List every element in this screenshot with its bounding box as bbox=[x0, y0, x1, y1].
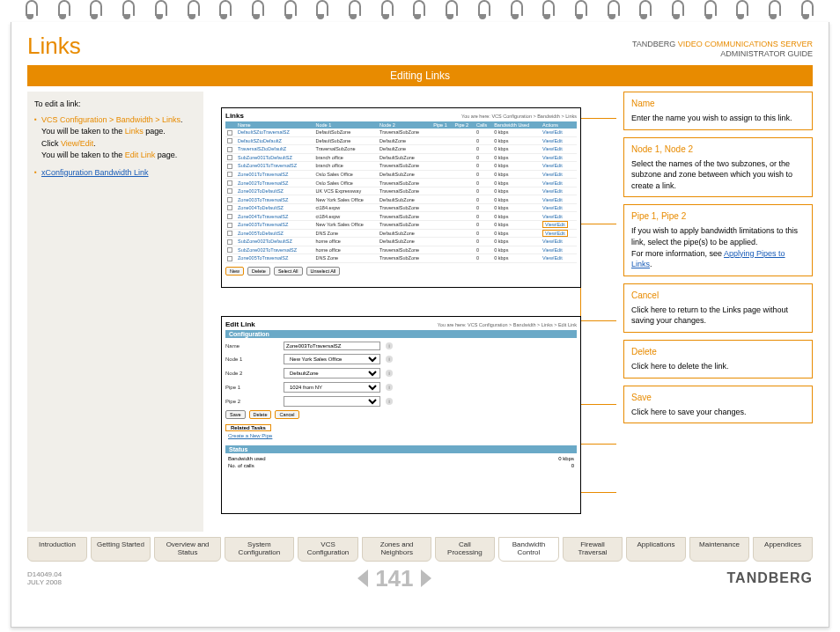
info-icon[interactable]: i bbox=[386, 342, 393, 349]
info-icon[interactable]: i bbox=[386, 398, 393, 405]
nav-tab[interactable]: Call Processing bbox=[435, 537, 495, 562]
row-checkbox[interactable] bbox=[227, 231, 232, 236]
row-checkbox[interactable] bbox=[227, 172, 232, 177]
select-node1[interactable]: New York Sales Office bbox=[284, 354, 380, 364]
row-checkbox[interactable] bbox=[227, 130, 232, 136]
select-node2[interactable]: DefaultZone bbox=[284, 368, 380, 378]
row-checkbox[interactable] bbox=[227, 147, 232, 152]
view-edit-link[interactable]: View/Edit bbox=[541, 203, 577, 212]
nav-tab[interactable]: Overview and Status bbox=[154, 537, 221, 562]
row-checkbox[interactable] bbox=[227, 164, 232, 169]
table-row: DefaultSZtoTraversalSZDefaultSubZoneTrav… bbox=[225, 129, 577, 136]
editlink-title: Edit Link bbox=[225, 320, 255, 328]
xconfig-link[interactable]: xConfiguration Bandwidth Link bbox=[41, 168, 149, 177]
callout-cancel: Cancel Click here to return to the Links… bbox=[623, 283, 813, 333]
row-checkbox[interactable] bbox=[227, 214, 232, 219]
nav-tab[interactable]: Zones and Neighbors bbox=[362, 537, 431, 562]
table-row: Zone005ToDefaultSZDNS ZoneDefaultSubZone… bbox=[225, 229, 577, 238]
editlink-crumb: You are here: VCS Configuration > Bandwi… bbox=[438, 322, 577, 327]
status-section-head: Status bbox=[225, 445, 577, 453]
table-row: SubZone002ToDefaultSZhome officeDefaultS… bbox=[225, 238, 577, 246]
table-row: Zone002ToTraversalSZOslo Sales OfficeTra… bbox=[225, 179, 577, 187]
nav-tab[interactable]: Bandwidth Control bbox=[498, 537, 559, 562]
view-edit-link[interactable]: View/Edit bbox=[541, 170, 577, 179]
next-arrow-icon[interactable] bbox=[421, 570, 431, 587]
delete-button[interactable]: Delete bbox=[249, 410, 272, 419]
connector bbox=[581, 320, 616, 321]
info-icon[interactable]: i bbox=[386, 356, 393, 363]
row-checkbox[interactable] bbox=[227, 205, 232, 210]
save-button[interactable]: Save bbox=[225, 410, 246, 419]
view-edit-link[interactable]: View/Edit bbox=[541, 187, 577, 195]
row-checkbox[interactable] bbox=[227, 247, 232, 253]
table-row: DefaultSZtoDefaultZDefaultSubZoneDefault… bbox=[225, 136, 577, 145]
page-number: 141 bbox=[375, 565, 413, 592]
view-edit-link[interactable]: View/Edit bbox=[541, 195, 577, 204]
nav-tab[interactable]: Getting Started bbox=[91, 537, 151, 562]
status-bw-val: 0 kbps bbox=[558, 456, 574, 461]
view-edit-link[interactable]: View/Edit bbox=[541, 129, 577, 136]
prev-arrow-icon[interactable] bbox=[357, 570, 368, 587]
links-table: NameNode 1Node 2Pipe 1Pipe 2CallsBandwid… bbox=[225, 121, 577, 263]
view-edit-link[interactable]: View/Edit bbox=[541, 136, 577, 145]
header-guide: ADMINISTRATOR GUIDE bbox=[720, 49, 813, 58]
row-checkbox[interactable] bbox=[227, 180, 232, 186]
nav-tab[interactable]: VCS Configuration bbox=[298, 537, 359, 562]
connector bbox=[581, 492, 616, 493]
view-edit-link[interactable]: View/Edit bbox=[541, 229, 577, 238]
nav-tab[interactable]: Appendices bbox=[753, 537, 813, 562]
view-edit-link[interactable]: View/Edit bbox=[541, 246, 577, 254]
main-content: To edit a link: VCS Configuration > Band… bbox=[27, 92, 813, 532]
view-edit-link[interactable]: View/Edit bbox=[541, 162, 577, 171]
view-edit-link[interactable]: View/Edit bbox=[541, 179, 577, 187]
nav-tab[interactable]: Firewall Traversal bbox=[563, 537, 623, 562]
label-name: Name bbox=[225, 343, 278, 349]
page-footer: D14049.04 JULY 2008 141 TANDBERG bbox=[27, 565, 813, 592]
table-row: SubZone001ToDefaultSZbranch officeDefaul… bbox=[225, 153, 577, 162]
screenshot-area: Links You are here: VCS Configuration > … bbox=[210, 92, 616, 532]
row-checkbox[interactable] bbox=[227, 155, 232, 160]
cancel-button[interactable]: Cancel bbox=[275, 410, 298, 419]
select-pipe2[interactable] bbox=[284, 396, 380, 407]
status-calls-label: No. of calls bbox=[228, 463, 254, 468]
page-header: Links TANDBERG VIDEO COMMUNICATIONS SERV… bbox=[27, 33, 813, 60]
input-name[interactable] bbox=[284, 342, 380, 350]
row-checkbox[interactable] bbox=[227, 223, 232, 228]
unselectall-button[interactable]: Unselect All bbox=[306, 267, 341, 276]
nav-tab[interactable]: System Configuration bbox=[225, 537, 293, 562]
info-icon[interactable]: i bbox=[386, 370, 393, 377]
create-pipe-link[interactable]: Create a New Pipe bbox=[225, 433, 272, 438]
view-edit-link[interactable]: View/Edit bbox=[541, 153, 577, 162]
selectall-button[interactable]: Select All bbox=[274, 267, 303, 276]
view-edit-link[interactable]: View/Edit bbox=[541, 254, 577, 263]
label-pipe2: Pipe 2 bbox=[225, 399, 278, 404]
header-right: TANDBERG VIDEO COMMUNICATIONS SERVER ADM… bbox=[632, 40, 813, 60]
row-checkbox[interactable] bbox=[227, 239, 232, 245]
row-checkbox[interactable] bbox=[227, 188, 232, 194]
table-row: SubZone002ToTraversalSZhome officeTraver… bbox=[225, 246, 577, 254]
header-product: VIDEO COMMUNICATIONS SERVER bbox=[678, 40, 813, 48]
info-icon[interactable]: i bbox=[386, 384, 393, 391]
nav-tab[interactable]: Introduction bbox=[27, 537, 87, 562]
sidebar-lead: To edit a link: bbox=[34, 99, 196, 111]
header-company: TANDBERG bbox=[632, 40, 675, 48]
row-checkbox[interactable] bbox=[227, 197, 232, 202]
row-checkbox[interactable] bbox=[227, 138, 232, 143]
nav-tab[interactable]: Maintenance bbox=[689, 537, 749, 562]
doc-id: D14049.04 JULY 2008 bbox=[27, 570, 62, 587]
nav-path: VCS Configuration > Bandwidth > Links bbox=[41, 115, 181, 124]
view-edit-link[interactable]: View/Edit bbox=[541, 221, 577, 230]
nav-tab[interactable]: Applications bbox=[626, 537, 686, 562]
table-row: Zone003ToTraversalSZNew York Sales Offic… bbox=[225, 195, 577, 204]
table-row: Zone004ToDefaultSZct184.expwTraversalSub… bbox=[225, 203, 577, 212]
row-checkbox[interactable] bbox=[227, 256, 232, 261]
view-edit-link[interactable]: View/Edit bbox=[541, 145, 577, 154]
view-edit-link[interactable]: View/Edit bbox=[541, 238, 577, 246]
select-pipe1[interactable]: 1024 from NY bbox=[284, 382, 380, 393]
table-row: SubZone001ToTraversalSZbranch officeTrav… bbox=[225, 162, 577, 171]
config-section-head: Configuration bbox=[225, 330, 577, 338]
new-button[interactable]: New bbox=[225, 267, 244, 276]
callout-pipes: Pipe 1, Pipe 2 If you wish to apply band… bbox=[623, 204, 813, 276]
view-edit-link[interactable]: View/Edit bbox=[541, 212, 577, 221]
delete-button[interactable]: Delete bbox=[247, 267, 270, 276]
